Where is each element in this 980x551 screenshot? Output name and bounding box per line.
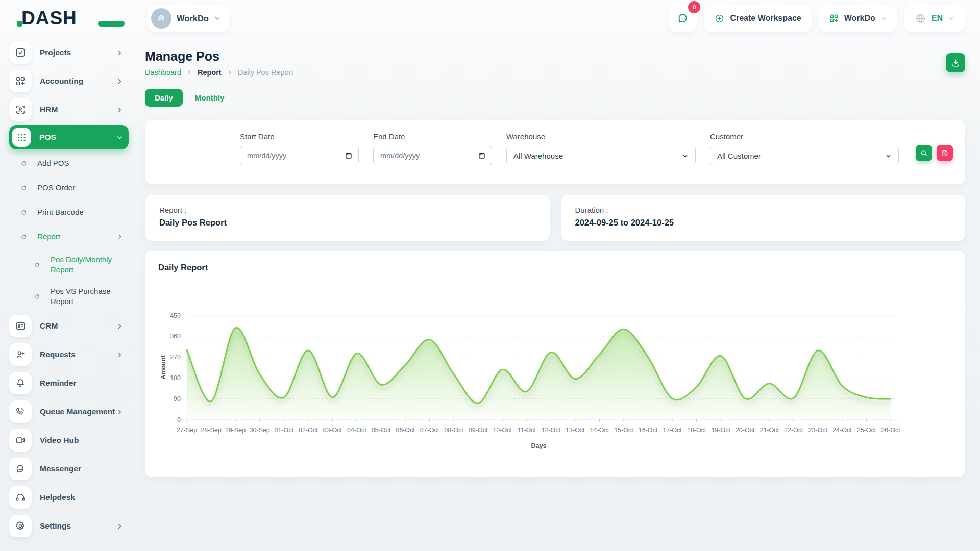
chevron-down-icon bbox=[682, 153, 689, 159]
svg-text:09-Oct: 09-Oct bbox=[469, 427, 488, 434]
svg-text:01-Oct: 01-Oct bbox=[274, 427, 293, 434]
sidebar-item-reminder[interactable]: Reminder bbox=[9, 369, 129, 397]
end-date-field: End Date bbox=[373, 132, 492, 165]
start-date-input[interactable] bbox=[240, 146, 358, 165]
svg-text:25-Oct: 25-Oct bbox=[857, 427, 876, 434]
svg-text:02-Oct: 02-Oct bbox=[299, 427, 318, 434]
chevron-down-icon bbox=[885, 153, 892, 159]
sidebar-item-add-pos[interactable]: Add POS bbox=[9, 151, 129, 176]
bullet-icon bbox=[34, 262, 40, 268]
chevron-down-icon bbox=[948, 15, 954, 22]
customer-select[interactable]: All Customer bbox=[710, 146, 899, 165]
main-content: Manage Pos Dashboard Report Daily Pos Re… bbox=[136, 37, 980, 477]
warehouse-label: Warehouse bbox=[506, 132, 696, 141]
daily-report-card: Daily Report 09018027036045027-Sep28-Sep… bbox=[145, 251, 965, 477]
svg-text:17-Oct: 17-Oct bbox=[663, 427, 682, 434]
sidebar-item-crm[interactable]: CRM bbox=[9, 312, 129, 340]
customer-field: Customer All Customer bbox=[710, 132, 899, 165]
breadcrumb-report[interactable]: Report bbox=[198, 68, 222, 77]
task-square-icon bbox=[9, 41, 32, 64]
file-slash-icon bbox=[941, 149, 949, 157]
sidebar-item-requests[interactable]: Requests bbox=[9, 341, 129, 368]
chat-dots-icon bbox=[676, 12, 690, 25]
download-button[interactable] bbox=[946, 53, 965, 72]
duration-value: 2024-09-25 to 2024-10-25 bbox=[575, 218, 951, 228]
scan-user-icon bbox=[9, 98, 32, 121]
bullet-icon bbox=[20, 234, 27, 240]
sidebar-item-helpdesk[interactable]: Helpdesk bbox=[9, 484, 129, 511]
sidebar-item-projects[interactable]: Projects bbox=[9, 39, 129, 66]
start-date-label: Start Date bbox=[240, 132, 359, 141]
headset-icon bbox=[9, 486, 32, 509]
svg-text:450: 450 bbox=[170, 312, 181, 319]
workspace-switcher-button[interactable]: WorkDo bbox=[819, 5, 897, 32]
sidebar-item-hrm[interactable]: HRM bbox=[9, 96, 129, 123]
report-label: Report : bbox=[159, 206, 535, 214]
sidebar-item-accounting[interactable]: Accounting bbox=[9, 67, 129, 95]
circle-plus-icon bbox=[714, 13, 725, 24]
app-logo[interactable]: DASH bbox=[21, 8, 116, 29]
workspace-name: WorkDo bbox=[177, 14, 209, 23]
summary-row: Report : Daily Pos Report Duration : 202… bbox=[145, 195, 965, 241]
svg-text:16-Oct: 16-Oct bbox=[639, 427, 658, 434]
filter-card: Start Date End Date Warehouse All Wareho… bbox=[145, 120, 965, 184]
svg-text:19-Oct: 19-Oct bbox=[711, 427, 730, 434]
chevron-down-icon bbox=[880, 15, 887, 22]
chevron-right-icon bbox=[227, 69, 233, 76]
tab-monthly[interactable]: Monthly bbox=[191, 89, 229, 107]
workspace-pill[interactable]: WorkDo bbox=[147, 5, 229, 32]
chevron-right-icon bbox=[186, 69, 192, 76]
svg-text:360: 360 bbox=[170, 333, 181, 340]
chevron-right-icon bbox=[116, 78, 124, 85]
page-header: Manage Pos Dashboard Report Daily Pos Re… bbox=[145, 49, 965, 77]
bullet-icon bbox=[34, 293, 40, 300]
duration-label: Duration : bbox=[575, 206, 951, 214]
grid-add-icon bbox=[829, 13, 839, 23]
svg-text:14-Oct: 14-Oct bbox=[590, 427, 609, 434]
sidebar-item-messenger[interactable]: Messenger bbox=[9, 455, 129, 483]
svg-text:07-Oct: 07-Oct bbox=[420, 427, 439, 434]
language-button[interactable]: EN bbox=[904, 5, 965, 32]
svg-text:08-Oct: 08-Oct bbox=[444, 427, 463, 434]
duration-summary-card: Duration : 2024-09-25 to 2024-10-25 bbox=[561, 195, 966, 241]
svg-text:03-Oct: 03-Oct bbox=[323, 427, 342, 434]
warehouse-selected-value: All Warehouse bbox=[513, 152, 563, 160]
workspace-avatar bbox=[151, 8, 172, 29]
sidebar-item-pos-daily-monthly-report[interactable]: Pos Daily/Monthly Report bbox=[9, 249, 129, 281]
svg-text:30-Sep: 30-Sep bbox=[249, 427, 270, 434]
sidebar-item-settings[interactable]: Settings bbox=[9, 512, 129, 540]
phone-call-icon bbox=[9, 400, 32, 423]
workspace-switcher-label: WorkDo bbox=[844, 14, 875, 23]
logo-text: DASH bbox=[21, 8, 77, 29]
reset-filter-button[interactable] bbox=[937, 145, 953, 161]
sidebar-item-pos-order[interactable]: POS Order bbox=[9, 176, 129, 200]
messages-badge: 0 bbox=[688, 1, 700, 13]
language-label: EN bbox=[932, 14, 943, 23]
user-plus-icon bbox=[9, 343, 32, 366]
chevron-right-icon bbox=[116, 522, 124, 530]
breadcrumb-dashboard[interactable]: Dashboard bbox=[145, 68, 181, 77]
end-date-input[interactable] bbox=[374, 146, 492, 165]
svg-text:Amount: Amount bbox=[160, 355, 167, 380]
messages-button[interactable]: 0 bbox=[669, 5, 697, 32]
sidebar-item-print-barcode[interactable]: Print Barcode bbox=[9, 200, 129, 224]
globe-icon bbox=[915, 13, 926, 24]
sidebar-item-pos[interactable]: POS bbox=[9, 125, 129, 149]
chat-bubble-icon bbox=[9, 458, 32, 480]
sidebar-item-pos-vs-purchase-report[interactable]: Pos VS Purchase Report bbox=[9, 281, 129, 312]
customer-label: Customer bbox=[710, 132, 899, 141]
sidebar-item-report[interactable]: Report bbox=[9, 224, 129, 249]
report-value: Daily Pos Report bbox=[159, 218, 535, 228]
sidebar-item-video-hub[interactable]: Video Hub bbox=[9, 427, 129, 454]
filter-actions bbox=[916, 145, 953, 161]
sidebar-item-queue-management[interactable]: Queue Management bbox=[9, 398, 129, 425]
tab-daily[interactable]: Daily bbox=[145, 89, 183, 107]
search-button[interactable] bbox=[916, 145, 932, 161]
customer-selected-value: All Customer bbox=[717, 152, 761, 160]
svg-text:26-Oct: 26-Oct bbox=[881, 427, 900, 434]
warehouse-select[interactable]: All Warehouse bbox=[506, 146, 696, 165]
topbar-actions: 0 Create Workspace WorkDo EN bbox=[669, 5, 965, 32]
create-workspace-button[interactable]: Create Workspace bbox=[704, 5, 811, 32]
svg-text:22-Oct: 22-Oct bbox=[784, 427, 803, 434]
svg-text:28-Sep: 28-Sep bbox=[201, 427, 221, 434]
